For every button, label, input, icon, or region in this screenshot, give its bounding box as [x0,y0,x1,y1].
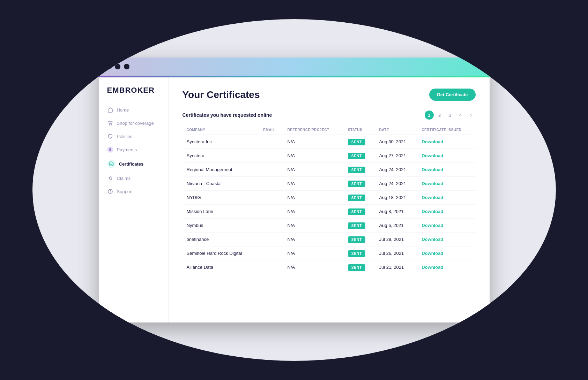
cell-action-8[interactable]: Download [417,246,475,260]
cell-company-0: Synctera Inc. [183,135,259,149]
table-row: Mission Lane N/A SENT Aug 8, 2021 Downlo… [183,205,476,219]
cell-email-2 [259,163,283,177]
page-2[interactable]: 2 [435,111,444,120]
download-link-8[interactable]: Download [422,251,443,256]
sidebar-item-support-label: Support [117,189,133,194]
status-badge-4: SENT [348,195,366,201]
table-row: Nymbus N/A SENT Aug 6, 2021 Download [183,219,476,233]
cell-email-3 [259,177,283,191]
table-row: onefinance N/A SENT Jul 29, 2021 Downloa… [183,233,476,246]
cell-date-6: Aug 6, 2021 [375,219,417,233]
svg-point-1 [111,124,112,125]
cell-company-6: Nymbus [183,219,259,233]
sidebar-item-payments[interactable]: 8 Payments [99,143,168,156]
cell-company-2: Regional Management [183,163,259,177]
cell-reference-7: N/A [283,233,344,246]
cell-action-1[interactable]: Download [417,149,475,163]
sidebar-item-shop-label: Shop for coverage [117,121,154,126]
cell-date-5: Aug 8, 2021 [375,205,417,219]
window-dot-1 [106,64,111,69]
cell-date-3: Aug 24, 2021 [375,177,417,191]
cell-action-6[interactable]: Download [417,219,475,233]
download-link-5[interactable]: Download [422,209,443,214]
section-header: Certificates you have requested online 1… [183,111,476,120]
sidebar-item-policies-label: Policies [117,134,133,139]
status-badge-8: SENT [348,250,366,257]
cell-date-2: Aug 24, 2021 [375,163,417,177]
page-header: Your Certificates Get Certificate [183,89,476,101]
support-icon [107,188,113,195]
cell-reference-8: N/A [283,246,344,260]
download-link-6[interactable]: Download [422,223,443,228]
cell-company-1: Synctera [183,149,259,163]
cell-reference-3: N/A [283,177,344,191]
sidebar-item-support[interactable]: Support [99,185,168,198]
sidebar-item-policies[interactable]: Policies [99,130,168,143]
cell-action-0[interactable]: Download [417,135,475,149]
cell-date-7: Jul 29, 2021 [375,233,417,246]
download-link-7[interactable]: Download [422,237,443,242]
cell-email-8 [259,246,283,260]
col-company: Company [183,125,259,135]
cell-reference-5: N/A [283,205,344,219]
cell-action-2[interactable]: Download [417,163,475,177]
sidebar-item-shop[interactable]: Shop for coverage [99,116,168,130]
cell-company-4: NYDIG [183,191,259,205]
cell-email-1 [259,149,283,163]
download-link-9[interactable]: Download [422,265,443,270]
payments-badge: 8 [107,146,113,153]
status-badge-1: SENT [348,153,366,159]
download-link-4[interactable]: Download [422,195,443,200]
page-1[interactable]: 1 [425,111,434,120]
cell-status-2: SENT [344,163,375,177]
sidebar-item-certificates-label: Certificates [119,161,144,167]
cell-action-3[interactable]: Download [417,177,475,191]
section-title: Certificates you have requested online [183,112,272,118]
cell-date-4: Aug 18, 2021 [375,191,417,205]
cell-date-1: Aug 27, 2021 [375,149,417,163]
table-body: Synctera Inc. N/A SENT Aug 30, 2021 Down… [183,135,476,274]
logo: EMBROKER [99,86,168,103]
next-page-arrow[interactable]: › [467,111,476,120]
status-badge-6: SENT [348,222,366,229]
col-reference: Reference/Project [283,125,344,135]
table-row: Synctera N/A SENT Aug 27, 2021 Download [183,149,476,163]
download-link-1[interactable]: Download [422,153,443,158]
cell-action-5[interactable]: Download [417,205,475,219]
svg-point-3 [109,177,111,179]
col-status: Status [344,125,375,135]
sidebar-item-claims[interactable]: Claims [99,172,168,185]
table-row: NYDIG N/A SENT Aug 18, 2021 Download [183,191,476,205]
sidebar-item-home[interactable]: Home [99,103,168,116]
cell-reference-4: N/A [283,191,344,205]
main-content: Your Certificates Get Certificate Certif… [169,77,490,322]
cell-company-5: Mission Lane [183,205,259,219]
svg-point-0 [109,124,110,125]
cell-action-4[interactable]: Download [417,191,475,205]
svg-point-4 [108,189,112,193]
sidebar-item-certificates[interactable]: Certificates [99,156,168,172]
status-badge-7: SENT [348,236,366,243]
page-3[interactable]: 3 [446,111,455,120]
pagination: 1 2 3 4 › [425,111,476,120]
page-title: Your Certificates [183,89,260,100]
cell-status-5: SENT [344,205,375,219]
shield-icon [107,133,113,139]
col-date: Date [375,125,417,135]
page-4[interactable]: 4 [456,111,465,120]
table-row: Regional Management N/A SENT Aug 24, 202… [183,163,476,177]
cell-reference-0: N/A [283,135,344,149]
download-link-3[interactable]: Download [422,181,443,186]
payments-icon: 8 [107,146,113,153]
download-link-0[interactable]: Download [422,139,443,144]
cell-action-7[interactable]: Download [417,233,475,246]
cell-date-8: Jul 26, 2021 [375,246,417,260]
cell-company-9: Alliance Data [183,260,259,274]
claims-icon [107,175,113,181]
get-certificate-button[interactable]: Get Certificate [429,89,476,101]
sidebar-item-home-label: Home [117,107,129,113]
download-link-2[interactable]: Download [422,167,443,172]
cell-date-0: Aug 30, 2021 [375,135,417,149]
cell-action-9[interactable]: Download [417,260,475,274]
table-header: Company Email Reference/Project Status D… [183,125,476,135]
